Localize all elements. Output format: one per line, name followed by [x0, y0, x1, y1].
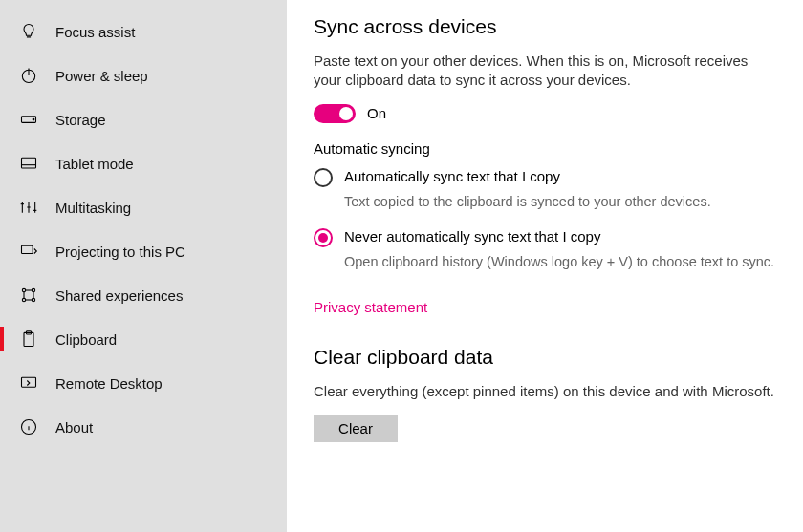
- sidebar-item-label: Shared experiences: [55, 287, 183, 304]
- about-icon: [19, 417, 38, 436]
- settings-sidebar: Focus assist Power & sleep Storage Table…: [0, 0, 287, 532]
- sidebar-item-label: Tablet mode: [55, 156, 134, 172]
- sidebar-item-label: Power & sleep: [55, 68, 148, 84]
- remote-icon: [19, 373, 38, 393]
- sync-toggle-row: On: [314, 104, 776, 123]
- sidebar-item-multitasking[interactable]: Multitasking: [0, 185, 287, 229]
- sidebar-item-clipboard[interactable]: Clipboard: [0, 317, 287, 361]
- svg-rect-4: [22, 158, 36, 168]
- svg-point-14: [32, 288, 34, 291]
- radio-circle-icon: [314, 168, 333, 187]
- sidebar-item-tablet-mode[interactable]: Tablet mode: [0, 141, 287, 185]
- sidebar-item-label: Multitasking: [55, 200, 131, 216]
- sidebar-item-shared-experiences[interactable]: Shared experiences: [0, 273, 287, 317]
- radio-never-description: Open clipboard history (Windows logo key…: [344, 253, 776, 272]
- radio-never-sync[interactable]: Never automatically sync text that I cop…: [314, 228, 776, 247]
- svg-point-16: [32, 298, 34, 301]
- sync-title: Sync across devices: [314, 15, 776, 38]
- sidebar-item-label: Remote Desktop: [55, 375, 163, 392]
- tablet-icon: [19, 154, 38, 173]
- settings-content: Sync across devices Paste text on your o…: [287, 0, 803, 532]
- focus-assist-icon: [19, 22, 38, 41]
- radio-circle-checked-icon: [314, 228, 333, 247]
- sidebar-item-power-sleep[interactable]: Power & sleep: [0, 53, 287, 97]
- radio-option-never: Never automatically sync text that I cop…: [314, 228, 776, 272]
- project-icon: [19, 242, 38, 261]
- clear-clipboard-description: Clear everything (except pinned items) o…: [314, 382, 776, 401]
- multitask-icon: [19, 198, 38, 217]
- sidebar-item-focus-assist[interactable]: Focus assist: [0, 10, 287, 53]
- radio-option-auto: Automatically sync text that I copy Text…: [314, 168, 776, 212]
- sidebar-item-projecting[interactable]: Projecting to this PC: [0, 229, 287, 273]
- radio-auto-description: Text copied to the clipboard is synced t…: [344, 193, 776, 212]
- toggle-knob: [339, 107, 353, 120]
- automatic-syncing-heading: Automatic syncing: [314, 140, 776, 157]
- sidebar-item-label: Focus assist: [55, 24, 135, 40]
- clipboard-icon: [19, 330, 38, 349]
- svg-point-15: [22, 298, 25, 301]
- sync-toggle[interactable]: [314, 104, 356, 123]
- svg-rect-12: [22, 245, 33, 253]
- svg-point-3: [33, 118, 34, 120]
- sidebar-item-storage[interactable]: Storage: [0, 97, 287, 141]
- sync-toggle-state: On: [367, 105, 386, 121]
- clear-clipboard-title: Clear clipboard data: [314, 346, 776, 369]
- sidebar-item-label: Projecting to this PC: [55, 244, 185, 260]
- power-icon: [19, 66, 38, 85]
- clear-button[interactable]: Clear: [314, 415, 398, 442]
- shared-icon: [19, 286, 38, 305]
- privacy-statement-link[interactable]: Privacy statement: [314, 299, 427, 315]
- radio-never-label: Never automatically sync text that I cop…: [344, 228, 600, 245]
- radio-auto-sync[interactable]: Automatically sync text that I copy: [314, 168, 776, 187]
- sidebar-item-about[interactable]: About: [0, 405, 287, 449]
- svg-point-13: [22, 288, 25, 291]
- sidebar-item-label: Clipboard: [55, 331, 117, 348]
- storage-icon: [19, 110, 38, 129]
- sync-description: Paste text on your other devices. When t…: [314, 52, 776, 91]
- sidebar-item-label: Storage: [55, 112, 106, 128]
- sidebar-item-remote-desktop[interactable]: Remote Desktop: [0, 361, 287, 405]
- radio-auto-label: Automatically sync text that I copy: [344, 168, 560, 184]
- sidebar-item-label: About: [55, 419, 93, 436]
